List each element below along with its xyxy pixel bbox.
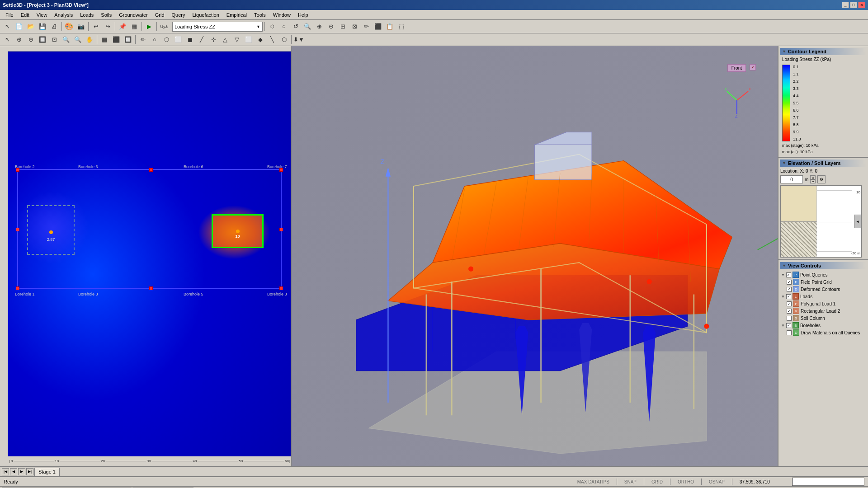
tb2-box[interactable]: ⬜ <box>243 34 254 45</box>
tree-point-queries[interactable]: ▼ ✓ P Point Queries <box>780 271 866 278</box>
play-button[interactable]: ▶ <box>144 21 155 32</box>
chk-loads[interactable]: ✓ <box>786 294 791 299</box>
tb2-poly[interactable]: ⬡ <box>161 34 172 45</box>
ortho-label[interactable]: ORTHO <box>678 479 694 484</box>
tree-boreholes[interactable]: ▼ ✓ B Boreholes <box>780 322 866 329</box>
menu-analysis[interactable]: Analysis <box>51 11 76 19</box>
toolbar-pointer[interactable]: ↖ <box>2 21 13 32</box>
undo-button[interactable]: ↩ <box>90 21 101 32</box>
tb2-pan[interactable]: ✋ <box>84 34 95 45</box>
stage-manager[interactable]: ▦ <box>129 21 140 32</box>
maximize-button[interactable]: □ <box>850 2 857 8</box>
view-3d[interactable]: Front × X Y Z <box>292 46 778 466</box>
tb2-fill[interactable]: ◼ <box>184 34 195 45</box>
tree-expand-3[interactable]: ▼ <box>781 324 785 328</box>
tb2-icon1[interactable]: ⊕ <box>14 34 24 45</box>
chk-point-queries[interactable]: ✓ <box>786 272 791 277</box>
menu-edit[interactable]: Edit <box>17 11 33 19</box>
open-button[interactable]: 📂 <box>25 21 36 32</box>
tb2-zoom-all[interactable]: ⊡ <box>49 34 60 45</box>
tb-icon7[interactable]: ⊞ <box>337 21 348 32</box>
tb2-pointer[interactable]: ↖ <box>2 34 13 45</box>
tb2-dim[interactable]: ⬡ <box>278 34 289 45</box>
elevation-stepper[interactable]: ▲ ▼ <box>810 175 816 183</box>
menu-tools[interactable]: Tools <box>250 11 269 19</box>
tree-rectangular-load-2[interactable]: ✓ R Rectangular Load 2 <box>786 307 866 314</box>
grid-label[interactable]: GRID <box>651 479 663 484</box>
chk-soil-col[interactable] <box>787 316 792 321</box>
view-controls-collapse-arrow[interactable]: ▼ <box>782 263 786 268</box>
tb2-tri2[interactable]: ▽ <box>231 34 242 45</box>
tb-icon10[interactable]: ⬛ <box>373 21 383 32</box>
nav-last[interactable]: ▶| <box>26 468 33 475</box>
tb2-draw1[interactable]: ✏ <box>137 34 148 45</box>
menu-soils[interactable]: Soils <box>97 11 115 19</box>
menu-loads[interactable]: Loads <box>76 11 97 19</box>
menu-help[interactable]: Help <box>294 11 312 19</box>
tb-icon11[interactable]: 📋 <box>384 21 395 32</box>
tree-draw-materials[interactable]: D Draw Materials on all Queries <box>786 329 866 336</box>
load2-rect[interactable]: 10 <box>212 214 264 248</box>
command-input[interactable] <box>792 478 864 486</box>
chk-deformed-contours[interactable]: ✓ <box>787 287 792 292</box>
menu-window[interactable]: Window <box>269 11 294 19</box>
tb-icon9[interactable]: ✏ <box>361 21 372 32</box>
menu-view[interactable]: View <box>33 11 51 19</box>
tree-loads[interactable]: ▼ ✓ L Loads <box>780 293 866 300</box>
screenshot-button[interactable]: 📷 <box>75 21 86 32</box>
tree-soil-column[interactable]: S Soil Column <box>786 314 866 322</box>
tb2-tri[interactable]: △ <box>220 34 231 45</box>
new-button[interactable]: 📄 <box>14 21 24 32</box>
tree-polygonal-load-1[interactable]: ✓ P Polygonal Load 1 <box>786 300 866 307</box>
tb2-icon2[interactable]: ⊖ <box>25 34 36 45</box>
tb2-snap[interactable]: ⊹ <box>208 34 219 45</box>
icon-uy[interactable]: Uy& <box>159 21 170 32</box>
tb2-zoom-window[interactable]: 🔲 <box>37 34 48 45</box>
layer-collapse-btn[interactable]: ◄ <box>854 215 861 228</box>
tb2-circle[interactable]: ○ <box>149 34 160 45</box>
color-button[interactable]: 🎨 <box>64 21 75 32</box>
tb2-select[interactable]: ▦ <box>99 34 110 45</box>
chk-field-point-grid[interactable]: ✓ <box>787 280 792 285</box>
nav-first[interactable]: |◀ <box>2 468 9 475</box>
osnap-label[interactable]: OSNAP <box>709 479 725 484</box>
print-button[interactable]: 🖨 <box>49 21 60 32</box>
tree-expand-1[interactable]: ▼ <box>781 273 785 277</box>
plan-canvas[interactable]: 2.87 10 Borehole 2 Borehole 3 Borehole 6… <box>8 52 291 456</box>
elevation-collapse-arrow[interactable]: ▼ <box>782 161 786 165</box>
elevation-settings-btn[interactable]: ⚙ <box>817 175 826 183</box>
tb2-seg[interactable]: ╲ <box>267 34 278 45</box>
nav-next[interactable]: ▶ <box>18 468 25 475</box>
tb-icon1[interactable]: ⬡ <box>267 21 278 32</box>
title-bar-buttons[interactable]: _ □ × <box>842 2 865 8</box>
minimize-button[interactable]: _ <box>842 2 849 8</box>
menu-file[interactable]: File <box>2 11 17 19</box>
stage-1-tab[interactable]: Stage 1 <box>34 468 60 476</box>
tb-icon2[interactable]: ○ <box>278 21 289 32</box>
contour-collapse-arrow[interactable]: ▼ <box>782 49 786 54</box>
load1-rect[interactable]: 2.87 <box>27 205 75 255</box>
pin-button[interactable]: 📌 <box>117 21 128 32</box>
loading-dropdown-arrow[interactable]: ▼ <box>256 24 260 29</box>
contour-legend-header[interactable]: ▼ Contour Legend <box>780 48 866 55</box>
close-button[interactable]: × <box>858 2 865 8</box>
tb2-node[interactable]: ◆ <box>255 34 266 45</box>
elevation-header[interactable]: ▼ Elevation / Soil Layers <box>780 160 866 167</box>
menu-query[interactable]: Query <box>168 11 189 19</box>
menu-empirical[interactable]: Empirical <box>223 11 250 19</box>
tb-icon6[interactable]: ⊖ <box>326 21 336 32</box>
chk-boreholes[interactable]: ✓ <box>786 323 791 328</box>
chk-draw-mat[interactable] <box>787 330 792 335</box>
snap-label[interactable]: SNAP <box>624 479 637 484</box>
tb2-zoom-out[interactable]: 🔍 <box>72 34 83 45</box>
redo-button[interactable]: ↪ <box>102 21 113 32</box>
tree-field-point-grid[interactable]: ✓ F Field Point Grid <box>786 278 866 286</box>
tb2-arrow-dropdown[interactable]: ⬇▼ <box>293 34 304 45</box>
tb-icon5[interactable]: ⊕ <box>314 21 325 32</box>
tb2-icon4[interactable]: 🔲 <box>123 34 133 45</box>
tree-deformed-contours[interactable]: ✓ D Deformed Contours <box>786 286 866 293</box>
loading-combo[interactable]: Loading Stress ZZ ▼ <box>172 22 263 32</box>
tb2-icon3[interactable]: ⬛ <box>111 34 122 45</box>
menu-grid[interactable]: Grid <box>151 11 168 19</box>
tb2-line[interactable]: ╱ <box>196 34 207 45</box>
